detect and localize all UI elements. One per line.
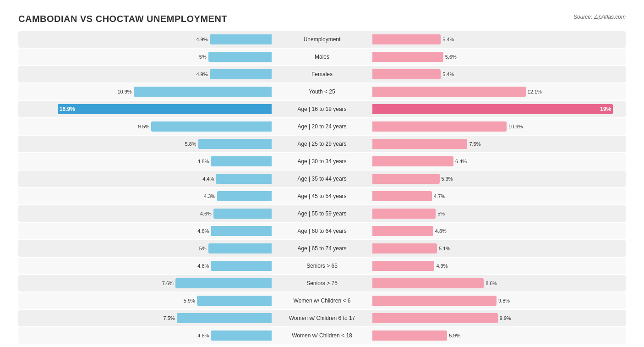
cambodian-value: 16.9% [60,106,75,112]
bar-row: 16.9%Age | 16 to 19 years19% [18,101,626,117]
chart-container: CAMBODIAN VS CHOCTAW UNEMPLOYMENT Source… [9,9,635,347]
cambodian-value: 4.6% [200,211,212,216]
chart-source: Source: ZipAtlas.com [573,14,626,20]
cambodian-value: 5% [199,54,207,60]
row-label: Women w/ Children < 6 [272,297,372,304]
choctaw-bar [372,313,498,323]
cambodian-value: 4.9% [196,72,207,77]
cambodian-bar [217,191,272,201]
cambodian-bar [198,139,272,149]
bar-row: 4.8%Age | 60 to 64 years4.8% [18,223,626,239]
choctaw-bar [372,139,467,149]
choctaw-value: 7.5% [469,141,480,147]
bar-row: 4.9%Unemployment5.4% [18,31,626,48]
bar-row: 7.6%Seniors > 758.8% [18,275,626,292]
cambodian-bar [175,278,272,288]
cambodian-value: 9.5% [138,124,149,129]
bar-row: 4.6%Age | 55 to 59 years5% [18,205,626,222]
cambodian-bar [197,296,272,306]
row-label: Age | 45 to 54 years [272,193,372,199]
cambodian-bar [211,330,272,341]
choctaw-value: 6.4% [455,159,467,164]
choctaw-value: 5.4% [442,37,454,42]
cambodian-value: 5.9% [184,298,195,303]
cambodian-value: 4.8% [197,159,209,164]
row-label: Age | 60 to 64 years [272,228,372,234]
choctaw-value: 5.3% [442,176,453,182]
choctaw-value: 5% [437,211,445,216]
cambodian-bar [211,156,272,166]
cambodian-value: 5.8% [185,141,196,147]
bar-row: 5%Males5.6% [18,49,626,65]
cambodian-value: 7.6% [162,281,174,286]
choctaw-value: 4.7% [434,193,445,199]
choctaw-bar [372,34,441,44]
choctaw-bar [372,226,433,236]
cambodian-bar [213,209,272,219]
choctaw-value: 9.8% [498,298,510,303]
cambodian-bar [177,313,272,323]
cambodian-bar [216,174,272,184]
cambodian-value: 5% [199,246,207,251]
choctaw-value: 10.6% [508,124,523,129]
row-label: Age | 25 to 29 years [272,141,372,147]
cambodian-value: 4.4% [202,176,214,182]
choctaw-bar [372,243,437,253]
bar-row: 5%Age | 65 to 74 years5.1% [18,240,626,257]
chart-title: CAMBODIAN VS CHOCTAW UNEMPLOYMENT [18,14,227,24]
cambodian-bar [151,121,272,132]
row-label: Females [272,71,372,77]
cambodian-bar [211,226,272,236]
cambodian-value: 4.3% [204,193,215,199]
cambodian-value: 4.9% [196,37,207,42]
choctaw-bar [372,87,526,97]
row-label: Women w/ Children 6 to 17 [272,315,372,321]
row-label: Age | 55 to 59 years [272,210,372,217]
choctaw-bar [372,278,484,288]
cambodian-bar [134,87,272,97]
choctaw-bar [372,69,441,79]
cambodian-value: 10.9% [117,89,131,94]
row-label: Unemployment [272,36,372,43]
bar-row: 4.8%Seniors > 654.9% [18,258,626,274]
choctaw-bar [372,209,436,219]
choctaw-value: 5.6% [445,54,457,60]
cambodian-value: 4.8% [197,263,209,269]
row-label: Age | 35 to 44 years [272,176,372,182]
choctaw-bar [372,121,507,132]
row-label: Seniors > 65 [272,263,372,269]
bar-row: 4.9%Females5.4% [18,66,626,83]
choctaw-value: 5.9% [449,333,460,338]
cambodian-bar [210,34,272,44]
chart-header: CAMBODIAN VS CHOCTAW UNEMPLOYMENT Source… [18,14,626,24]
bar-row: 10.9%Youth < 2512.1% [18,83,626,100]
choctaw-value: 9.9% [500,315,511,321]
row-label: Age | 65 to 74 years [272,245,372,252]
bar-row: 4.4%Age | 35 to 44 years5.3% [18,171,626,187]
bar-row: 7.5%Women w/ Children 6 to 179.9% [18,310,626,326]
choctaw-bar [372,261,434,271]
cambodian-value: 4.8% [197,333,209,338]
cambodian-bar: 16.9% [58,104,272,114]
choctaw-value: 4.8% [435,228,447,234]
choctaw-bar [372,174,440,184]
cambodian-bar [211,261,272,271]
bar-row: 5.8%Age | 25 to 29 years7.5% [18,136,626,152]
choctaw-value: 5.4% [442,72,454,77]
choctaw-value: 5.1% [439,246,450,251]
row-label: Youth < 25 [272,88,372,95]
cambodian-value: 7.5% [164,315,175,321]
choctaw-bar [372,191,432,201]
row-label: Seniors > 75 [272,280,372,286]
choctaw-value: 12.1% [528,89,542,94]
choctaw-value: 8.8% [486,281,497,286]
row-label: Age | 16 to 19 years [272,106,372,112]
choctaw-bar [372,52,443,62]
choctaw-bar [372,156,453,166]
axis-row: 20.0% 20.0% [18,345,626,347]
bar-row: 9.5%Age | 20 to 24 years10.6% [18,118,626,135]
choctaw-bar [372,330,447,341]
row-label: Age | 20 to 24 years [272,123,372,130]
row-label: Age | 30 to 34 years [272,158,372,165]
bar-row: 4.8%Women w/ Children < 185.9% [18,327,626,344]
